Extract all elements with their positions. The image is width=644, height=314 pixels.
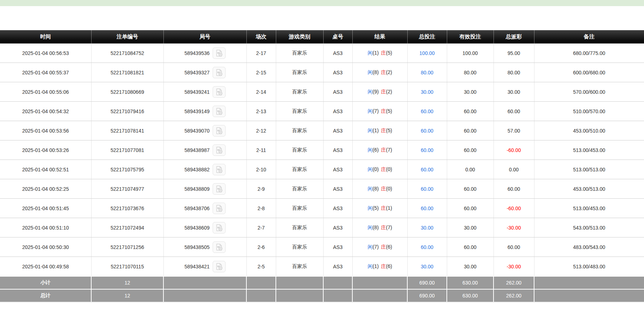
total-bet-link[interactable]: 30.00: [421, 225, 433, 231]
player-score: (6): [372, 147, 379, 153]
game-type-value: 百家乐: [292, 69, 307, 75]
round-no-value: 589438706: [184, 206, 209, 211]
player-score: (0): [372, 166, 379, 172]
total-bet-link[interactable]: 60.00: [421, 186, 433, 192]
video-replay-button[interactable]: [213, 67, 226, 78]
banker-score: (2): [386, 69, 392, 75]
remark-value: 510.00/570.00: [573, 108, 605, 114]
video-replay-button[interactable]: [213, 47, 226, 59]
total-bet-link[interactable]: 30.00: [421, 89, 433, 95]
bet-no-value: 522171071256: [111, 244, 144, 250]
video-replay-button[interactable]: [213, 203, 226, 214]
player-label: 闲: [367, 244, 372, 250]
total-count: 12: [91, 289, 163, 302]
valid-bet-value: 60.00: [464, 128, 476, 134]
bet-no-value: 522171078141: [111, 128, 144, 134]
cell-total-bet: 60.00: [407, 237, 447, 257]
bet-no-value: 522171079416: [111, 108, 144, 114]
cell-table-no: AS3: [323, 43, 352, 63]
top-notice-bar: [0, 0, 644, 6]
total-bet-link[interactable]: 60.00: [421, 167, 433, 172]
valid-bet-value: 30.00: [464, 225, 476, 231]
remark-value: 483.00/543.00: [573, 244, 605, 250]
cell-time: 2025-01-04 00:51:45: [0, 199, 91, 218]
cell-result: 闲(1)庄(5): [352, 43, 407, 63]
valid-bet-value: 100.00: [463, 50, 478, 56]
cell-total-bet: 80.00: [407, 63, 447, 82]
result-player: 闲(9): [367, 89, 379, 94]
video-file-icon: [215, 69, 223, 77]
video-file-icon: [215, 107, 223, 115]
cell-bet-no: 522171084752: [91, 43, 163, 63]
video-replay-button[interactable]: [213, 125, 226, 137]
cell-round-no: 589438706: [163, 199, 246, 218]
cell-time: 2025-01-04 00:55:06: [0, 82, 91, 102]
cell-result: 闲(5)庄(1): [352, 199, 407, 218]
total-bet-link[interactable]: 100.00: [420, 50, 435, 56]
column-header-session: 场次: [246, 30, 276, 43]
game-type-value: 百家乐: [292, 186, 307, 191]
cell-time: 2025-01-04 00:49:58: [0, 257, 91, 277]
total-empty-cell: [323, 289, 352, 302]
game-type-value: 百家乐: [292, 205, 307, 211]
video-replay-button[interactable]: [213, 164, 226, 175]
session-value: 2-11: [256, 147, 266, 153]
cell-table-no: AS3: [323, 179, 352, 199]
cell-remark: 570.00/600.00: [534, 82, 644, 102]
player-label: 闲: [367, 205, 372, 211]
cell-session: 2-6: [246, 237, 276, 257]
banker-score: (1): [386, 205, 392, 211]
total-bet-link[interactable]: 60.00: [421, 128, 433, 134]
cell-payout: -60.00: [494, 140, 534, 160]
bet-no-value: 522171074977: [111, 186, 144, 192]
banker-label: 庄: [381, 225, 386, 230]
total-bet-link[interactable]: 60.00: [421, 147, 433, 153]
video-replay-button[interactable]: [213, 106, 226, 117]
cell-time: 2025-01-04 00:56:53: [0, 43, 91, 63]
video-replay-button[interactable]: [213, 183, 226, 195]
round-no-value: 589439241: [184, 89, 209, 95]
remark-value: 513.00/513.00: [573, 167, 605, 172]
cell-table-no: AS3: [323, 257, 352, 277]
table-no-value: AS3: [333, 70, 342, 75]
total-bet-link[interactable]: 30.00: [421, 264, 433, 269]
total-bet-link[interactable]: 60.00: [421, 108, 433, 114]
payout-value: 60.00: [508, 186, 520, 192]
table-row: 2025-01-04 00:54:32 522171079416 5894391…: [0, 102, 644, 121]
total-bet-link[interactable]: 60.00: [421, 244, 433, 250]
video-replay-button[interactable]: [213, 86, 226, 98]
remark-value: 600.00/680.00: [573, 70, 605, 75]
player-label: 闲: [367, 263, 372, 269]
table-no-value: AS3: [333, 225, 342, 231]
total-bet-link[interactable]: 80.00: [421, 70, 433, 75]
subtotal-count: 12: [91, 276, 163, 289]
cell-session: 2-15: [246, 63, 276, 82]
table-row: 2025-01-04 00:52:25 522171074977 5894388…: [0, 179, 644, 199]
total-bet-link[interactable]: 60.00: [421, 206, 433, 211]
video-replay-button[interactable]: [213, 261, 226, 272]
cell-total-bet: 60.00: [407, 121, 447, 140]
result-banker: 庄(6): [381, 244, 392, 250]
banker-label: 庄: [381, 263, 386, 269]
remark-value: 453.00/510.00: [573, 128, 605, 134]
cell-game-type: 百家乐: [276, 140, 323, 160]
cell-game-type: 百家乐: [276, 121, 323, 140]
round-no-value: 589438505: [184, 244, 209, 250]
payout-value: 60.00: [508, 108, 520, 114]
video-replay-button[interactable]: [213, 241, 226, 253]
cell-bet-no: 522171078141: [91, 121, 163, 140]
column-header-payout: 总派彩: [494, 30, 534, 43]
result-player: 闲(7): [367, 108, 379, 114]
payout-value: 60.00: [508, 244, 520, 250]
video-replay-button[interactable]: [213, 144, 226, 156]
session-value: 2-13: [256, 108, 266, 114]
cell-bet-no: 522171075795: [91, 160, 163, 179]
valid-bet-value: 30.00: [464, 264, 476, 269]
cell-valid-bet: 100.00: [447, 43, 494, 63]
video-replay-button[interactable]: [213, 222, 226, 234]
cell-payout: 57.00: [494, 121, 534, 140]
cell-remark: 543.00/513.00: [534, 218, 644, 237]
table-no-value: AS3: [333, 167, 342, 172]
round-no-value: 589438421: [184, 264, 209, 269]
cell-result: 闲(0)庄(0): [352, 160, 407, 179]
